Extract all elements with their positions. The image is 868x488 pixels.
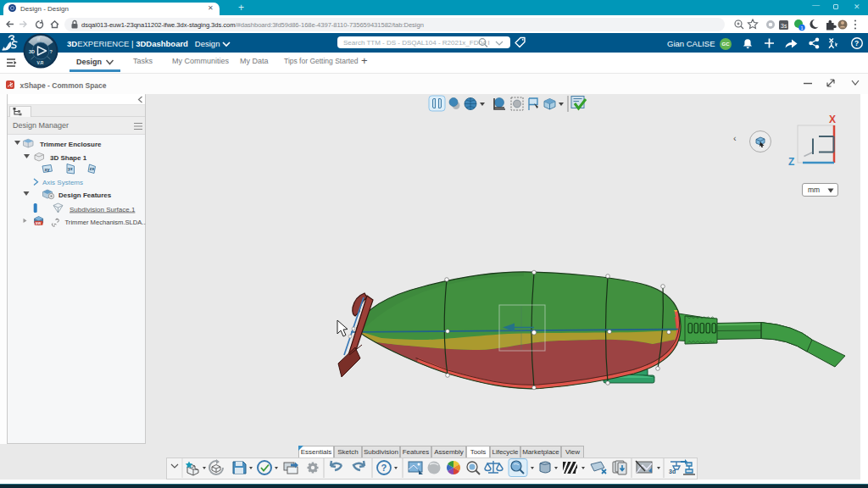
- svg-text:?: ?: [854, 39, 859, 47]
- svg-text:yz: yz: [68, 166, 73, 171]
- svg-text:zx: zx: [90, 166, 96, 171]
- svg-text:Trimmer Enclosure: Trimmer Enclosure: [40, 141, 102, 148]
- svg-text:Subdivision Surface.1: Subdivision Surface.1: [70, 206, 136, 214]
- svg-text:xy: xy: [45, 167, 51, 172]
- svg-text:X: X: [829, 114, 836, 125]
- svg-text:3d: 3d: [669, 469, 676, 474]
- svg-text:3s: 3s: [781, 23, 787, 29]
- svg-text:3D: 3D: [29, 49, 35, 54]
- svg-text:1: 1: [801, 25, 804, 30]
- svg-text:?: ?: [381, 463, 387, 473]
- svg-text://: //: [37, 36, 41, 42]
- svg-text:Z: Z: [788, 156, 794, 168]
- svg-text:3D Shape 1: 3D Shape 1: [50, 154, 87, 162]
- svg-text:Axis Systems: Axis Systems: [42, 179, 83, 186]
- svg-text:V.R: V.R: [37, 60, 44, 65]
- svg-text:SW: SW: [36, 221, 42, 225]
- svg-text:Design Features: Design Features: [58, 191, 112, 199]
- svg-text:Trimmer Mechanism.SLDA...: Trimmer Mechanism.SLDA...: [65, 219, 147, 226]
